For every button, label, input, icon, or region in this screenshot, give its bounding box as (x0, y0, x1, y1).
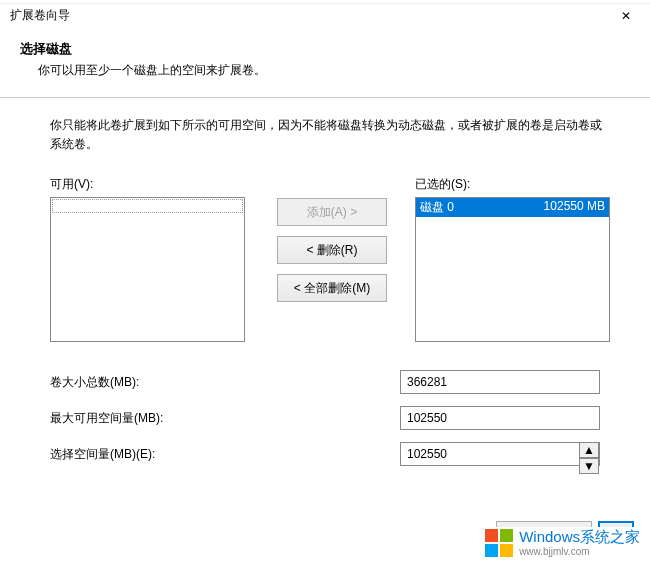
selected-disk-name: 磁盘 0 (420, 199, 454, 216)
max-space-value: 102550 (407, 411, 447, 425)
available-label: 可用(V): (50, 176, 245, 193)
available-column: 可用(V): (50, 176, 245, 342)
size-fields: 卷大小总数(MB): 366281 最大可用空间量(MB): 102550 选择… (50, 370, 610, 466)
selected-column: 已选的(S): 磁盘 0 102550 MB (415, 176, 610, 342)
wizard-content: 你只能将此卷扩展到如下所示的可用空间，因为不能将磁盘转换为动态磁盘，或者被扩展的… (0, 98, 650, 488)
chevron-up-icon: ▲ (583, 443, 595, 457)
select-space-input[interactable]: 102550 ▲ ▼ (400, 442, 600, 466)
selected-label: 已选的(S): (415, 176, 610, 193)
spinner-up-button[interactable]: ▲ (579, 442, 599, 458)
selected-disk-item[interactable]: 磁盘 0 102550 MB (416, 198, 609, 217)
watermark-sub: www.bjjmlv.com (519, 546, 640, 557)
disk-selection-row: 可用(V): 添加(A) > < 删除(R) < 全部删除(M) 已选的(S):… (50, 176, 610, 342)
total-size-value-box: 366281 (400, 370, 600, 394)
info-text: 你只能将此卷扩展到如下所示的可用空间，因为不能将磁盘转换为动态磁盘，或者被扩展的… (50, 116, 610, 154)
select-space-label: 选择空间量(MB)(E): (50, 446, 400, 463)
remove-all-button[interactable]: < 全部删除(M) (277, 274, 387, 302)
add-button[interactable]: 添加(A) > (277, 198, 387, 226)
chevron-down-icon: ▼ (583, 459, 595, 473)
select-space-row: 选择空间量(MB)(E): 102550 ▲ ▼ (50, 442, 610, 466)
watermark-text: Windows系统之家 www.bjjmlv.com (519, 529, 640, 557)
max-space-row: 最大可用空间量(MB): 102550 (50, 406, 610, 430)
spinner-buttons: ▲ ▼ (579, 442, 599, 466)
transfer-buttons: 添加(A) > < 删除(R) < 全部删除(M) (245, 176, 415, 302)
remove-button[interactable]: < 删除(R) (277, 236, 387, 264)
titlebar: 扩展卷向导 ✕ (0, 0, 650, 30)
total-size-row: 卷大小总数(MB): 366281 (50, 370, 610, 394)
background-fragment (0, 0, 650, 4)
close-icon: ✕ (621, 9, 631, 23)
watermark-main: Windows系统之家 (519, 529, 640, 546)
selected-listbox[interactable]: 磁盘 0 102550 MB (415, 197, 610, 342)
wizard-header: 选择磁盘 你可以用至少一个磁盘上的空间来扩展卷。 (0, 30, 650, 98)
total-size-label: 卷大小总数(MB): (50, 374, 400, 391)
select-space-value: 102550 (407, 447, 447, 461)
selected-disk-size: 102550 MB (544, 199, 605, 216)
max-space-label: 最大可用空间量(MB): (50, 410, 400, 427)
close-button[interactable]: ✕ (606, 2, 646, 30)
max-space-value-box: 102550 (400, 406, 600, 430)
total-size-value: 366281 (407, 375, 447, 389)
available-focus-rect (52, 199, 243, 213)
page-description: 你可以用至少一个磁盘上的空间来扩展卷。 (20, 62, 630, 79)
page-title: 选择磁盘 (20, 40, 630, 58)
spinner-down-button[interactable]: ▼ (579, 458, 599, 474)
windows-logo-icon (485, 529, 513, 557)
window-title: 扩展卷向导 (10, 7, 70, 24)
available-listbox[interactable] (50, 197, 245, 342)
watermark: Windows系统之家 www.bjjmlv.com (481, 527, 644, 559)
